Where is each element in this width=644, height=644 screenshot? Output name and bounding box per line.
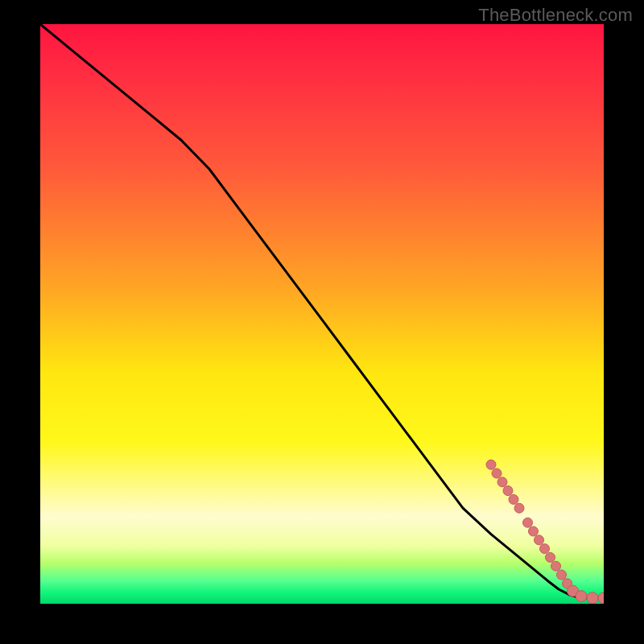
chart-overlay: [40, 24, 604, 604]
scatter-dot: [523, 518, 533, 527]
scatter-dot: [546, 552, 555, 562]
scatter-dot: [497, 477, 507, 487]
scatter-dot: [576, 591, 587, 602]
scatter-dot: [551, 561, 561, 571]
scatter-dot: [587, 592, 598, 604]
scatter-dot: [540, 544, 550, 554]
scatter-dot: [598, 592, 604, 604]
watermark-text: TheBottleneck.com: [478, 5, 633, 26]
scatter-dot: [486, 460, 496, 469]
chart-frame: TheBottleneck.com: [0, 0, 644, 644]
scatter-dot: [529, 526, 539, 536]
plot-area: [40, 24, 604, 604]
scatter-dots: [486, 460, 604, 604]
scatter-dot: [509, 494, 518, 504]
scatter-dot: [514, 503, 524, 513]
scatter-dot: [557, 570, 567, 580]
scatter-dot: [535, 535, 544, 545]
scatter-dot: [492, 469, 502, 478]
scatter-dot: [503, 486, 513, 496]
